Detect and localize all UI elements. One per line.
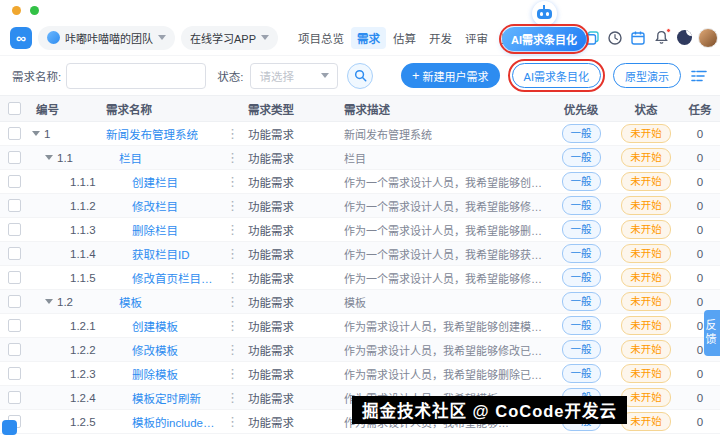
more-actions-icon[interactable]: ⋮ bbox=[221, 414, 239, 429]
table-row[interactable]: 1.2 模板 ⋮ 功能需求 模板 一般 未开始 0 bbox=[0, 290, 720, 314]
caret-down-icon[interactable] bbox=[45, 155, 53, 160]
requirement-name-link[interactable]: 修改模板 bbox=[132, 342, 178, 358]
more-actions-icon[interactable]: ⋮ bbox=[221, 294, 239, 309]
window-control-icon[interactable] bbox=[12, 6, 21, 15]
priority-badge[interactable]: 一般 bbox=[562, 172, 601, 191]
status-badge[interactable]: 未开始 bbox=[621, 340, 671, 359]
more-actions-icon[interactable]: ⋮ bbox=[221, 390, 239, 405]
priority-badge[interactable]: 一般 bbox=[562, 292, 601, 311]
new-requirement-button[interactable]: + 新建用户需求 bbox=[401, 63, 500, 88]
nav-item[interactable]: 需求 bbox=[351, 27, 386, 49]
caret-down-icon[interactable] bbox=[45, 299, 53, 304]
notification-bell-icon[interactable] bbox=[652, 29, 670, 47]
table-row[interactable]: 1.1.3 删除栏目 ⋮ 功能需求 作为一个需求设计人员，我希望能够删除栏目… … bbox=[0, 218, 720, 242]
requirement-name-link[interactable]: 删除栏目 bbox=[132, 222, 178, 238]
row-checkbox[interactable] bbox=[8, 199, 21, 212]
status-badge[interactable]: 未开始 bbox=[621, 220, 671, 239]
requirement-name-link[interactable]: 模板的include功能 bbox=[132, 414, 221, 430]
priority-badge[interactable]: 一般 bbox=[562, 316, 601, 335]
more-actions-icon[interactable]: ⋮ bbox=[221, 318, 239, 333]
app-logo[interactable]: ∞ bbox=[10, 27, 32, 49]
more-actions-icon[interactable]: ⋮ bbox=[221, 198, 239, 213]
status-badge[interactable]: 未开始 bbox=[621, 172, 671, 191]
status-badge[interactable]: 未开始 bbox=[621, 316, 671, 335]
more-actions-icon[interactable]: ⋮ bbox=[221, 366, 239, 381]
prototype-demo-button[interactable]: 原型演示 bbox=[613, 63, 681, 88]
priority-badge[interactable]: 一般 bbox=[562, 148, 601, 167]
more-actions-icon[interactable]: ⋮ bbox=[221, 246, 239, 261]
status-badge[interactable]: 未开始 bbox=[621, 196, 671, 215]
priority-badge[interactable]: 一般 bbox=[562, 364, 601, 383]
ai-callout-pill[interactable]: AI需求条目化 bbox=[502, 27, 586, 51]
user-avatar[interactable] bbox=[698, 28, 718, 48]
table-row[interactable]: 1.1.4 获取栏目ID ⋮ 功能需求 作为一个需求设计人员，我希望能够获取栏目… bbox=[0, 242, 720, 266]
row-checkbox[interactable] bbox=[8, 391, 21, 404]
status-badge[interactable]: 未开始 bbox=[621, 412, 671, 431]
requirement-name-link[interactable]: 模板 bbox=[119, 294, 142, 310]
priority-badge[interactable]: 一般 bbox=[562, 124, 601, 143]
requirement-name-link[interactable]: 新闻发布管理系统 bbox=[106, 126, 198, 142]
table-row[interactable]: 1.1 栏目 ⋮ 功能需求 栏目 一般 未开始 0 bbox=[0, 146, 720, 170]
table-row[interactable]: 1.1.5 修改首页栏目内容 ⋮ 功能需求 作为一个需求设计人员，我希望能够修改… bbox=[0, 266, 720, 290]
team-selector[interactable]: 咔嘟咔喵喵的团队 bbox=[38, 26, 175, 50]
nav-item[interactable]: 评审 bbox=[459, 27, 494, 49]
requirement-name-link[interactable]: 模板定时刷新 bbox=[132, 390, 201, 406]
row-checkbox[interactable] bbox=[8, 247, 21, 260]
status-badge[interactable]: 未开始 bbox=[621, 268, 671, 287]
search-button[interactable] bbox=[347, 63, 373, 89]
table-row[interactable]: 1 新闻发布管理系统 ⋮ 功能需求 新闻发布管理系统 一般 未开始 0 bbox=[0, 122, 720, 146]
table-row[interactable]: 1.2.1 创建模板 ⋮ 功能需求 作为需求设计人员，我希望能够创建模板，以便能… bbox=[0, 314, 720, 338]
calendar-icon[interactable] bbox=[629, 29, 647, 47]
priority-badge[interactable]: 一般 bbox=[562, 244, 601, 263]
table-row[interactable]: 1.2.2 修改模板 ⋮ 功能需求 作为需求设计人员，我希望能够修改已创建的模板… bbox=[0, 338, 720, 362]
caret-down-icon[interactable] bbox=[32, 131, 40, 136]
requirement-name-link[interactable]: 创建模板 bbox=[132, 318, 178, 334]
select-all-checkbox[interactable] bbox=[8, 102, 21, 115]
requirement-name-link[interactable]: 修改栏目 bbox=[132, 198, 178, 214]
row-checkbox[interactable] bbox=[8, 151, 21, 164]
row-checkbox[interactable] bbox=[8, 223, 21, 236]
more-actions-icon[interactable]: ⋮ bbox=[221, 342, 239, 357]
requirement-name-input[interactable] bbox=[66, 63, 206, 89]
status-badge[interactable]: 未开始 bbox=[621, 292, 671, 311]
history-clock-icon[interactable] bbox=[606, 29, 624, 47]
nav-item[interactable]: 项目总览 bbox=[292, 27, 350, 49]
priority-badge[interactable]: 一般 bbox=[562, 340, 601, 359]
row-checkbox[interactable] bbox=[8, 271, 21, 284]
table-row[interactable]: 1.2.3 删除模板 ⋮ 功能需求 作为需求设计人员，我希望能够删除已创建的模板… bbox=[0, 362, 720, 386]
list-view-icon[interactable] bbox=[690, 67, 708, 85]
status-badge[interactable]: 未开始 bbox=[621, 364, 671, 383]
status-badge[interactable]: 未开始 bbox=[621, 388, 671, 407]
project-selector[interactable]: 在线学习APP bbox=[181, 26, 278, 50]
requirement-name-link[interactable]: 修改首页栏目内容 bbox=[132, 270, 221, 286]
more-actions-icon[interactable]: ⋮ bbox=[221, 222, 239, 237]
nav-item[interactable]: 估算 bbox=[387, 27, 422, 49]
more-actions-icon[interactable]: ⋮ bbox=[221, 150, 239, 165]
table-row[interactable]: 1.1.2 修改栏目 ⋮ 功能需求 作为一个需求设计人员，我希望能够修改栏目，以… bbox=[0, 194, 720, 218]
feedback-tab[interactable]: 反馈 bbox=[704, 310, 720, 356]
requirement-name-link[interactable]: 栏目 bbox=[119, 150, 142, 166]
row-checkbox[interactable] bbox=[8, 319, 21, 332]
priority-badge[interactable]: 一般 bbox=[562, 220, 601, 239]
requirement-name-link[interactable]: 创建栏目 bbox=[132, 174, 178, 190]
row-checkbox[interactable] bbox=[8, 175, 21, 188]
status-badge[interactable]: 未开始 bbox=[621, 124, 671, 143]
status-select[interactable]: 请选择 bbox=[250, 63, 338, 89]
table-row[interactable]: 1.1.1 创建栏目 ⋮ 功能需求 作为一个需求设计人员，我希望能够创建栏目，以… bbox=[0, 170, 720, 194]
priority-badge[interactable]: 一般 bbox=[562, 196, 601, 215]
more-actions-icon[interactable]: ⋮ bbox=[221, 126, 239, 141]
more-actions-icon[interactable]: ⋮ bbox=[221, 270, 239, 285]
requirement-name-link[interactable]: 删除模板 bbox=[132, 366, 178, 382]
more-actions-icon[interactable]: ⋮ bbox=[221, 174, 239, 189]
row-checkbox[interactable] bbox=[8, 367, 21, 380]
status-badge[interactable]: 未开始 bbox=[621, 244, 671, 263]
status-badge[interactable]: 未开始 bbox=[621, 148, 671, 167]
ai-callout[interactable]: AI需求条目化 bbox=[502, 1, 586, 51]
priority-badge[interactable]: 一般 bbox=[562, 268, 601, 287]
requirement-name-link[interactable]: 获取栏目ID bbox=[132, 246, 190, 262]
window-control-icon[interactable] bbox=[30, 6, 39, 15]
service-float-icon[interactable] bbox=[2, 420, 17, 435]
nav-item[interactable]: 开发 bbox=[423, 27, 458, 49]
row-checkbox[interactable] bbox=[8, 343, 21, 356]
theme-moon-icon[interactable] bbox=[675, 29, 693, 47]
